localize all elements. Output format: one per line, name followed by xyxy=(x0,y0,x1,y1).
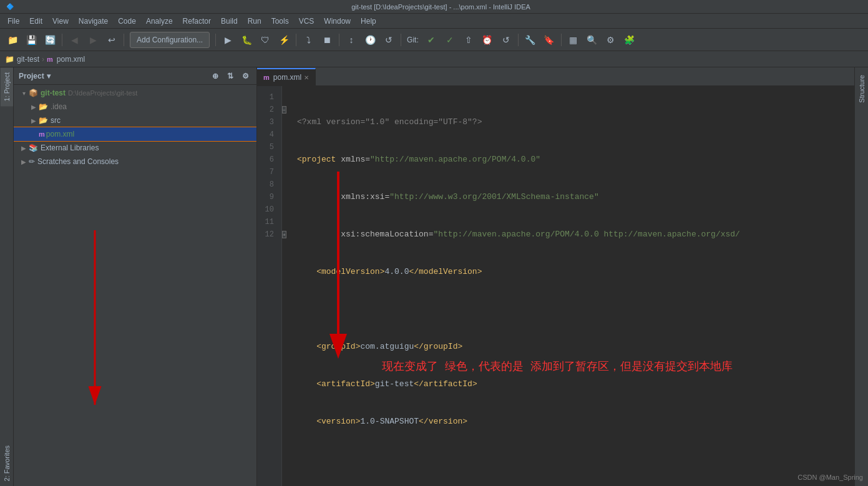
root-arrow: ▾ xyxy=(19,90,29,97)
tools-btn[interactable]: 🔧 xyxy=(522,31,539,49)
ln-1: 1 xyxy=(257,91,278,104)
favorites-tab[interactable]: 2: Favorites xyxy=(1,440,13,486)
coverage-btn[interactable]: 🛡 xyxy=(256,31,274,49)
stop-btn[interactable]: ⏹ xyxy=(318,31,336,49)
back-btn[interactable]: ◀ xyxy=(66,31,83,49)
settings-btn[interactable]: ⚙ xyxy=(602,31,620,49)
tag-version-open: <version> xyxy=(316,417,360,426)
code-content: 1 2 3 4 5 6 7 8 9 10 11 12 xyxy=(257,86,854,486)
vcs-history-btn[interactable]: 🕐 xyxy=(361,31,379,49)
menu-build[interactable]: Build xyxy=(216,16,243,27)
code-line-1: <?xml version="1.0" encoding="UTF-8"?> xyxy=(297,116,854,129)
tag-project-name: project xyxy=(302,155,336,164)
vcs-rollback-btn[interactable]: ↺ xyxy=(380,31,397,49)
bookmark-btn[interactable]: 🔖 xyxy=(540,31,558,49)
code-line-4: xsi:schemaLocation="http://maven.apache.… xyxy=(297,228,854,241)
menu-vcs[interactable]: VCS xyxy=(294,16,319,27)
git-check-btn[interactable]: ✔ xyxy=(422,31,440,49)
menu-run[interactable]: Run xyxy=(243,16,266,27)
tree-external-libraries[interactable]: ▶ 📚 External Libraries xyxy=(14,141,256,155)
structure-tab[interactable]: Structure xyxy=(856,70,868,108)
src-label: src xyxy=(51,116,61,125)
project-dropdown-icon[interactable]: ▾ xyxy=(47,72,51,80)
tree-pom-xml[interactable]: ▶ m pom.xml xyxy=(14,127,256,141)
fold-marker-2[interactable]: − xyxy=(282,106,286,114)
val-xsi: "http://www.w3.org/2001/XMLSchema-instan… xyxy=(389,192,598,202)
gutter-4 xyxy=(282,129,287,141)
menu-help[interactable]: Help xyxy=(356,16,381,27)
ln-6: 6 xyxy=(257,153,278,166)
tree-idea-folder[interactable]: ▶ 📂 .idea xyxy=(14,100,256,114)
menu-analyze[interactable]: Analyze xyxy=(141,16,178,27)
gutter-5 xyxy=(282,141,287,153)
git-fetch-btn[interactable]: ⏰ xyxy=(479,31,496,49)
menu-navigate[interactable]: Navigate xyxy=(74,16,113,27)
ln-7: 7 xyxy=(257,166,278,178)
terminal-btn[interactable]: ▦ xyxy=(565,31,582,49)
src-folder-icon: 📂 xyxy=(39,116,48,125)
attr-xmlns: xmlns= xyxy=(336,155,370,164)
run-btn[interactable]: ▶ xyxy=(219,31,237,49)
line-numbers: 1 2 3 4 5 6 7 8 9 10 11 12 xyxy=(257,86,282,486)
code-line-8: <artifactId>git-test</artifactId> xyxy=(297,378,854,391)
scroll-panel-btn[interactable]: ⇅ xyxy=(224,70,237,82)
menu-bar: File Edit View Navigate Code Analyze Ref… xyxy=(0,14,868,29)
pom-maven-icon: m xyxy=(39,130,45,138)
ext-lib-icon: 📚 xyxy=(29,143,38,152)
save-btn[interactable]: 💾 xyxy=(22,31,40,49)
editor-tab-pom[interactable]: m pom.xml ✕ xyxy=(257,68,316,85)
settings-panel-btn[interactable]: ⚙ xyxy=(239,70,251,82)
git-revert-btn[interactable]: ↺ xyxy=(497,31,515,49)
menu-window[interactable]: Window xyxy=(319,16,356,27)
fold-marker-12[interactable]: + xyxy=(282,231,286,238)
code-editor[interactable]: 1 2 3 4 5 6 7 8 9 10 11 12 xyxy=(257,86,854,486)
tree-src-folder[interactable]: ▶ 📂 src xyxy=(14,114,256,127)
git-push-btn[interactable]: ⇧ xyxy=(460,31,477,49)
menu-code[interactable]: Code xyxy=(113,16,141,27)
scratches-arrow: ▶ xyxy=(19,158,29,165)
sep3 xyxy=(215,34,216,46)
gutter-11 xyxy=(282,216,287,228)
tag-groupid-close: </groupId> xyxy=(414,342,462,351)
decl-text: <?xml version="1.0" encoding="UTF-8"?> xyxy=(297,117,482,127)
sep8 xyxy=(561,34,562,46)
add-configuration-btn[interactable]: Add Configuration... xyxy=(130,32,210,48)
code-lines: <?xml version="1.0" encoding="UTF-8"?> <… xyxy=(287,86,854,486)
search-everywhere-btn[interactable]: 🔍 xyxy=(583,31,601,49)
sync-btn[interactable]: 🔄 xyxy=(41,31,59,49)
git-ok-btn[interactable]: ✓ xyxy=(441,31,459,49)
menu-edit[interactable]: Edit xyxy=(24,16,47,27)
menu-tools[interactable]: Tools xyxy=(266,16,294,27)
tab-close-btn[interactable]: ✕ xyxy=(304,74,309,81)
val-schema: "http://maven.apache.org/POM/4.0.0 http:… xyxy=(433,230,739,239)
tag-modelversion-open: <modelVersion> xyxy=(316,267,384,276)
gutter-1 xyxy=(282,91,287,104)
menu-refactor[interactable]: Refactor xyxy=(178,16,216,27)
project-panel-title: Project xyxy=(19,72,44,80)
undo-btn[interactable]: ↩ xyxy=(103,31,120,49)
gutter-8 xyxy=(282,178,287,191)
menu-file[interactable]: File xyxy=(2,16,24,27)
debug-btn[interactable]: 🐛 xyxy=(238,31,255,49)
step-over-btn[interactable]: ⤵ xyxy=(300,31,317,49)
panel-title: Project ▾ xyxy=(19,72,205,80)
forward-btn[interactable]: ▶ xyxy=(84,31,102,49)
plugin-btn[interactable]: 🧩 xyxy=(621,31,638,49)
sep1 xyxy=(62,34,62,46)
ln-11: 11 xyxy=(257,216,278,228)
add-panel-btn[interactable]: ⊕ xyxy=(209,70,222,82)
src-arrow: ▶ xyxy=(29,117,39,124)
breadcrumb-project[interactable]: git-test xyxy=(17,55,39,64)
project-tab[interactable]: 1: Project xyxy=(1,67,13,106)
breadcrumb-folder-icon: 📁 xyxy=(5,55,14,64)
val-xmlns: "http://maven.apache.org/POM/4.0.0" xyxy=(370,155,540,164)
profile-btn[interactable]: ⚡ xyxy=(275,31,293,49)
tree-root[interactable]: ▾ 📦 git-test D:\IdeaProjects\git-test xyxy=(14,86,256,100)
project-icon-btn[interactable]: 📁 xyxy=(4,31,21,49)
breadcrumb-bar: 📁 git-test › m pom.xml xyxy=(0,51,868,67)
tree-scratches[interactable]: ▶ ✏ Scratches and Consoles xyxy=(14,155,256,168)
breadcrumb-file[interactable]: pom.xml xyxy=(57,55,85,64)
code-line-3: xmlns:xsi="http://www.w3.org/2001/XMLSch… xyxy=(297,191,854,203)
menu-view[interactable]: View xyxy=(47,16,74,27)
vcs-update-btn[interactable]: ↕ xyxy=(343,31,360,49)
